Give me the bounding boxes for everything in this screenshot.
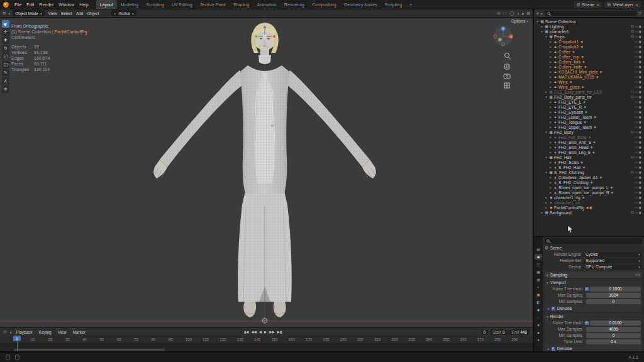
transport-button[interactable]: ▶ xyxy=(264,330,267,334)
outliner-item-label[interactable]: FacialControlRig xyxy=(554,206,584,210)
outliner-row[interactable]: ▸ ▲ character1_cs ▭◉ xyxy=(534,200,644,205)
shading-toggle-icon[interactable]: ● xyxy=(521,11,524,16)
outliner-item-label[interactable]: Props xyxy=(554,35,565,39)
outliner-item-label[interactable]: MARUKAMA_H725 xyxy=(558,75,594,79)
expand-arrow-icon[interactable]: ▾ xyxy=(540,30,544,33)
visibility-toggle-icons[interactable]: ▭◉ xyxy=(635,125,642,129)
outliner-item-label[interactable]: FH2_Tongue xyxy=(558,120,582,124)
properties-tab[interactable]: ◫ xyxy=(535,261,542,267)
outliner-row[interactable]: ▸ ▲ FH2_Skin_Leg_S ◈ ▭◉ xyxy=(534,150,644,155)
outliner-row[interactable]: ▸ ▲ S_FH2_Clothing ◈ ▭◉ xyxy=(534,180,644,185)
visibility-toggle-icons[interactable]: ▭◉ xyxy=(635,140,642,144)
render-subpanel-header[interactable]: Render xyxy=(546,314,641,319)
checkbox[interactable] xyxy=(585,287,589,291)
number-field[interactable]: 0 s xyxy=(586,339,641,344)
visibility-toggle-icons[interactable]: ▭◉ xyxy=(635,80,642,84)
outliner-search-input[interactable] xyxy=(545,11,636,16)
outliner-row[interactable]: ▸ ◆ character1_rig ◈ ▭◉ xyxy=(534,195,644,200)
timeline-scrollbar[interactable] xyxy=(14,349,165,351)
visibility-toggle-icons[interactable]: ☐▭◉ xyxy=(631,90,642,94)
expand-arrow-icon[interactable]: ▾ xyxy=(544,155,548,159)
outliner-row[interactable]: ▸ ▲ Cutlery_fork ◈ ▭◉ xyxy=(534,59,644,64)
outliner-row[interactable]: ▾ ▦ Scene Collection xyxy=(534,19,644,24)
outliner-item-label[interactable]: FH2_Skin_Head xyxy=(558,145,589,150)
outliner-item-label[interactable]: S_FH2_Hair xyxy=(558,165,581,170)
viewport-subpanel-header[interactable]: Viewport xyxy=(546,280,641,285)
visibility-toggle-icons[interactable]: ▭◉ xyxy=(635,55,642,58)
properties-tab[interactable]: ◍ xyxy=(535,277,542,282)
property-dropdown[interactable]: Cycles xyxy=(584,252,642,257)
outliner-row[interactable]: ▸ ▲ FH2_EYE_R ◈ ▭◉ xyxy=(534,104,644,109)
workspace-tab[interactable]: Sculpting xyxy=(142,0,168,9)
outliner-item-label[interactable]: FH2_Skin_Leg_S xyxy=(558,150,591,155)
outliner-row[interactable]: ▸ ▲ Shoes_open_toe_pumps_L ◈ ▭◉ xyxy=(534,185,644,190)
outliner-editor-icon[interactable]: ≡ xyxy=(536,11,539,16)
shading-toggle-icon[interactable]: ⬚ xyxy=(503,11,507,16)
outliner-item-label[interactable]: character1 xyxy=(550,30,569,34)
outliner-item-label[interactable]: FH2_Upper_Teeth xyxy=(558,125,592,129)
outliner-item-label[interactable]: FH2_Body xyxy=(554,130,574,134)
timeline-editor-icon[interactable]: ◷ xyxy=(3,329,7,334)
viewport-menu-item[interactable]: Object xyxy=(86,11,100,16)
outliner-row[interactable]: ▸ ▲ Shoes_open_toe_pumps_R ◈ ▭◉ xyxy=(534,190,644,195)
expand-arrow-icon[interactable]: ▸ xyxy=(548,55,553,58)
visibility-toggle-icons[interactable]: ▭◉ xyxy=(635,115,642,119)
outliner-item-label[interactable]: Background xyxy=(550,211,572,215)
outliner-row[interactable]: ▸ ▲ FH2_Upper_Teeth ◈ ▭◉ xyxy=(534,124,644,129)
transport-button[interactable]: ◀ xyxy=(259,330,262,334)
workspace-tab[interactable]: Geometry Nodes xyxy=(340,0,381,9)
visibility-toggle-icons[interactable]: ☑▭◉ xyxy=(631,35,642,38)
timeline-menu-item[interactable]: Playback xyxy=(14,330,33,334)
outliner-row[interactable]: ▾ ▦ character1 ☑▭◉ xyxy=(534,29,644,34)
expand-arrow-icon[interactable]: ▸ xyxy=(548,125,553,129)
outliner-row[interactable]: ▸ ▲ FH2_Tongue ◈ ▭◉ xyxy=(534,119,644,124)
transport-button[interactable]: ◀◀ xyxy=(251,330,256,334)
frame-end-field[interactable]: End448 xyxy=(509,329,530,335)
outliner-item-label[interactable]: character1_rig xyxy=(554,195,580,200)
expand-arrow-icon[interactable]: ▸ xyxy=(544,195,548,199)
outliner-row[interactable]: ▸ ▲ Cutlery_knife ◈ ▭◉ xyxy=(534,64,644,69)
outliner-row[interactable]: ▸ ▲ FH2_Full_Body ◈ ▭◉ xyxy=(534,134,644,140)
visibility-toggle-icons[interactable]: ▭◉ xyxy=(635,60,642,63)
outliner-item-label[interactable]: Chopstick2 xyxy=(558,45,579,49)
outliner-row[interactable]: ▸ ▲ Wine_glass ◈ ▭◉ xyxy=(534,84,644,89)
visibility-toggle-icons[interactable]: ▭◉ xyxy=(635,200,642,204)
transform-orientation-select[interactable]: ◐ Global xyxy=(111,10,136,16)
properties-search-input[interactable] xyxy=(545,238,642,244)
shading-toggle-icon[interactable]: ◑ xyxy=(516,11,519,16)
outliner-row[interactable]: ▸ ▲ Chopstick2 ◈ ▭◉ xyxy=(534,44,644,49)
outliner-item-label[interactable]: Lighting xyxy=(550,25,564,29)
tool-button[interactable]: ✎ xyxy=(2,69,9,77)
properties-tab[interactable]: ◆ xyxy=(535,307,542,312)
outliner-row[interactable]: ▾ ▦ FH2_Body_parts_for ☑▭◉ xyxy=(534,94,644,99)
properties-tab[interactable]: ▤ xyxy=(535,246,542,252)
outliner-row[interactable]: ▸ ▲ FH2_Lower_Teeth ◈ ▭◉ xyxy=(534,114,644,119)
expand-arrow-icon[interactable]: ▸ xyxy=(548,190,553,194)
visibility-toggle-icons[interactable]: ☑▭◉ xyxy=(631,25,642,28)
outliner-item-label[interactable]: Cutlery_fork xyxy=(558,60,580,64)
timeline-menu-item[interactable]: View xyxy=(57,330,68,334)
visibility-toggle-icons[interactable]: ▭◉ xyxy=(635,180,642,184)
visibility-toggle-icons[interactable]: ▭◉ xyxy=(635,65,642,69)
properties-tab[interactable]: ▣ xyxy=(535,292,542,297)
workspace-tab[interactable]: Modeling xyxy=(117,0,142,9)
blender-logo-icon[interactable] xyxy=(3,2,9,8)
expand-arrow-icon[interactable]: ▸ xyxy=(540,211,544,214)
outliner-item-label[interactable]: FH2_Skin_Arm_S xyxy=(558,140,591,145)
visibility-toggle-icons[interactable]: ▭◉ xyxy=(635,150,642,154)
transport-button[interactable]: ▮◀ xyxy=(244,330,248,334)
pan-hand-icon[interactable] xyxy=(504,64,509,69)
properties-tab[interactable]: ◈ xyxy=(535,322,542,327)
timeline-menu-item[interactable]: Marker xyxy=(72,330,87,334)
outliner-item-label[interactable]: FH2_Lower_Teeth xyxy=(558,115,592,119)
workspace-tab[interactable]: Compositing xyxy=(308,0,340,9)
outliner-row[interactable]: ▸ ▲ Collarless_Jacket_A1 ◈ ▭◉ xyxy=(534,175,644,180)
outliner-item-label[interactable]: FH2_Hair xyxy=(554,155,572,160)
tool-button[interactable]: ✚ xyxy=(2,36,9,44)
outliner-row[interactable]: ▸ ▦ Background ☑▭◉ xyxy=(534,210,644,215)
outliner-item-label[interactable]: Chopstick1 xyxy=(558,40,579,44)
visibility-toggle-icons[interactable]: ▭◉ xyxy=(635,120,642,124)
timeline-menu-item[interactable]: Keying xyxy=(38,330,53,334)
outliner-item-label[interactable]: character1_cs xyxy=(554,200,580,205)
mode-select[interactable]: Object Mode xyxy=(13,10,45,16)
